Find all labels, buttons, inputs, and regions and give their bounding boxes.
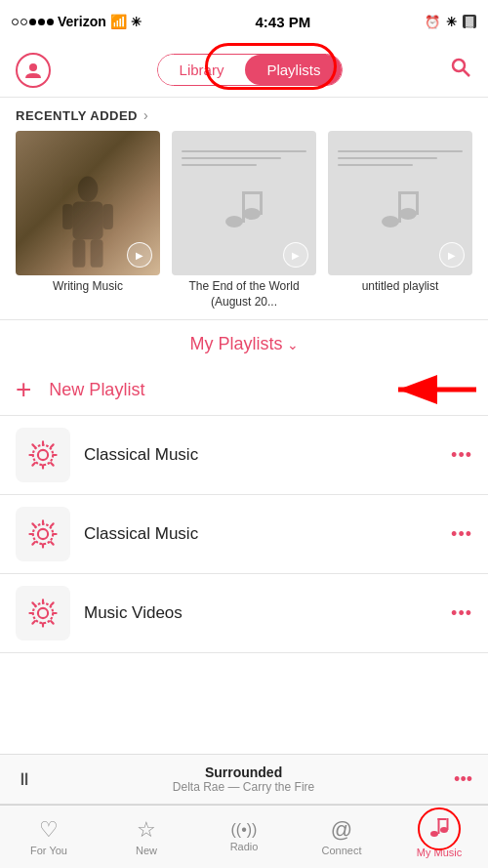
more-dots-2[interactable]: ••• xyxy=(451,603,472,624)
album-name-1: The End of the World (August 20... xyxy=(172,279,316,310)
tab-new[interactable]: ☆ New xyxy=(98,806,195,868)
new-playlist-row[interactable]: + New Playlist xyxy=(0,364,488,416)
my-playlists-title: My Playlists xyxy=(189,334,282,354)
svg-point-25 xyxy=(38,608,48,618)
playlist-icon-wrap-0 xyxy=(16,428,70,482)
svg-point-0 xyxy=(29,63,37,71)
at-icon: @ xyxy=(331,817,352,843)
album-name-0: Writing Music xyxy=(16,279,160,295)
signal-dot-2 xyxy=(20,19,27,25)
svg-rect-6 xyxy=(103,204,113,229)
tab-connect-label: Connect xyxy=(322,845,362,856)
svg-rect-28 xyxy=(438,818,440,834)
tab-new-label: New xyxy=(136,845,157,856)
playlist-name-0: Classical Music xyxy=(84,445,437,465)
my-playlists-header[interactable]: My Playlists ⌄ xyxy=(0,319,488,364)
note-line xyxy=(338,157,437,159)
radio-icon: ((•)) xyxy=(231,821,258,839)
album-item-0[interactable]: ▶ Writing Music xyxy=(16,131,160,310)
svg-rect-31 xyxy=(447,818,449,830)
note-line xyxy=(182,164,257,166)
play-button-2[interactable]: ▶ xyxy=(439,242,465,268)
activity-icon: ✳ xyxy=(131,15,142,29)
tab-connect[interactable]: @ Connect xyxy=(293,806,390,868)
search-button[interactable] xyxy=(449,56,472,85)
now-playing-more[interactable]: ••• xyxy=(454,769,472,790)
music-note-lines-1 xyxy=(182,150,306,166)
tab-for-you[interactable]: ♡ For You xyxy=(0,806,98,868)
music-tab-icon xyxy=(427,815,451,845)
status-time: 4:43 PM xyxy=(256,14,311,30)
wifi-icon: 📶 xyxy=(110,14,127,29)
svg-point-24 xyxy=(33,524,53,544)
svg-point-26 xyxy=(33,603,53,623)
svg-rect-10 xyxy=(242,191,245,223)
status-right: ⏰ ✳ ▓ xyxy=(425,15,476,29)
star-icon: ☆ xyxy=(137,817,156,843)
note-line xyxy=(182,157,281,159)
status-left: Verizon 📶 ✳ xyxy=(12,14,142,29)
bluetooth-icon: ✳ xyxy=(446,15,457,29)
svg-rect-5 xyxy=(62,204,72,229)
library-tab[interactable]: Library xyxy=(158,55,246,85)
svg-point-23 xyxy=(38,529,48,539)
red-arrow-annotation xyxy=(390,368,478,411)
playlist-item-0[interactable]: Classical Music ••• xyxy=(0,416,488,495)
svg-point-9 xyxy=(225,216,243,227)
alarm-icon: ⏰ xyxy=(425,15,440,29)
signal-dot-4 xyxy=(38,19,45,25)
signal-dot-3 xyxy=(29,19,36,25)
svg-line-2 xyxy=(464,69,470,76)
playlist-item-2[interactable]: Music Videos ••• xyxy=(0,574,488,653)
tab-for-you-label: For You xyxy=(30,845,67,856)
more-dots-0[interactable]: ••• xyxy=(451,445,472,466)
recently-added-header: RECENTLY ADDED › xyxy=(0,98,488,131)
svg-rect-11 xyxy=(242,191,260,194)
more-dots-1[interactable]: ••• xyxy=(451,524,472,545)
new-playlist-label: New Playlist xyxy=(49,380,144,400)
now-playing-subtitle: Delta Rae — Carry the Fire xyxy=(173,780,314,794)
playlists-tab[interactable]: Playlists xyxy=(245,55,342,85)
album-thumb-1: ▶ xyxy=(172,131,316,275)
dropdown-arrow-icon: ⌄ xyxy=(287,337,299,352)
playlist-name-1: Classical Music xyxy=(84,524,437,544)
tab-my-music[interactable]: My Music xyxy=(390,806,488,868)
music-note-icon-1 xyxy=(224,186,264,229)
tab-radio-label: Radio xyxy=(230,841,259,852)
svg-point-14 xyxy=(382,216,399,227)
tab-bar: ♡ For You ☆ New ((•)) Radio @ Connect My… xyxy=(0,805,488,868)
svg-rect-8 xyxy=(91,240,103,268)
gear-icon-2 xyxy=(26,597,60,630)
svg-point-17 xyxy=(399,208,417,220)
gear-icon-0 xyxy=(26,438,60,472)
playlist-icon-wrap-2 xyxy=(16,586,70,641)
svg-rect-15 xyxy=(398,191,401,223)
svg-point-1 xyxy=(453,60,465,71)
chevron-right-icon: › xyxy=(143,107,148,123)
pause-button[interactable]: ⏸ xyxy=(16,769,33,790)
play-button-1[interactable]: ▶ xyxy=(283,242,308,268)
album-item-2[interactable]: ▶ untitled playlist xyxy=(328,131,472,310)
svg-rect-4 xyxy=(72,202,102,240)
play-button-0[interactable]: ▶ xyxy=(127,242,152,268)
svg-rect-29 xyxy=(438,818,447,820)
note-line xyxy=(182,150,306,152)
playlist-name-2: Music Videos xyxy=(84,603,437,623)
heart-icon: ♡ xyxy=(39,817,59,843)
music-note-lines-2 xyxy=(338,150,463,166)
gear-icon-1 xyxy=(26,517,60,551)
playlist-item-1[interactable]: Classical Music ••• xyxy=(0,495,488,574)
svg-rect-16 xyxy=(398,191,416,194)
profile-button[interactable] xyxy=(16,53,51,88)
album-item-1[interactable]: ▶ The End of the World (August 20... xyxy=(172,131,316,310)
status-bar: Verizon 📶 ✳ 4:43 PM ⏰ ✳ ▓ xyxy=(0,0,488,43)
playlist-icon-wrap-1 xyxy=(16,507,70,561)
note-line xyxy=(338,164,413,166)
album-thumb-0: ▶ xyxy=(16,131,160,275)
svg-point-3 xyxy=(78,177,99,202)
svg-point-22 xyxy=(33,445,53,465)
music-note-icon-2 xyxy=(381,186,420,229)
plus-icon: + xyxy=(16,376,31,403)
now-playing-bar[interactable]: ⏸ Surrounded Delta Rae — Carry the Fire … xyxy=(0,754,488,805)
tab-radio[interactable]: ((•)) Radio xyxy=(195,806,293,868)
